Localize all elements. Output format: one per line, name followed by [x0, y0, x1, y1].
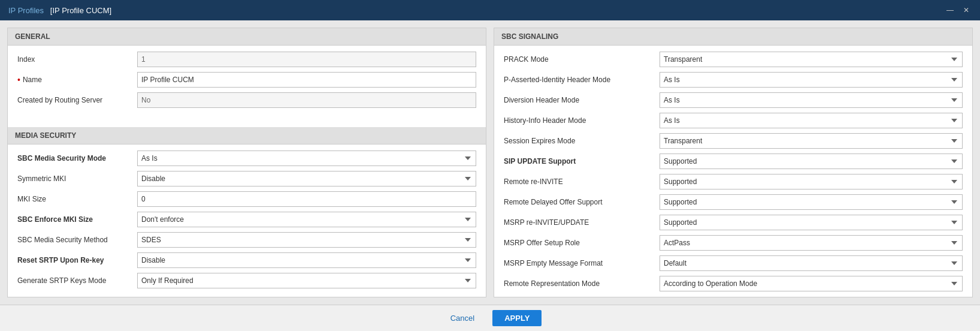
form-row-name: • Name: [17, 72, 476, 88]
form-row-p-asserted: P-Asserted-Identity Header Mode As IsAdd…: [504, 72, 963, 88]
select-generate-srtp[interactable]: Only If RequiredAlways: [137, 273, 476, 288]
select-msrp-reinvite[interactable]: SupportedNot Supported: [660, 215, 963, 230]
input-mki-size[interactable]: [137, 191, 476, 207]
general-body: Index • Name Created by Routing Server: [8, 46, 486, 119]
label-routing-server: Created by Routing Server: [17, 96, 137, 104]
form-row-index: Index: [17, 52, 476, 67]
left-panel: GENERAL Index • Name Created by Routing …: [7, 28, 486, 297]
form-row-history-info: History-Info Header Mode As IsAddRemove: [504, 113, 963, 128]
general-header: GENERAL: [8, 28, 486, 46]
media-security-body: SBC Media Security Mode As IsSecuredNot …: [8, 145, 486, 297]
form-row-remote-reinvite: Remote re-INVITE SupportedNot Supported: [504, 174, 963, 189]
right-panel: SBC SIGNALING PRACK Mode TransparentSupp…: [494, 28, 973, 297]
form-row-remote-representation: Remote Representation Mode According to …: [504, 276, 963, 291]
label-msrp-reinvite: MSRP re-INVITE/UPDATE: [504, 218, 660, 227]
label-sip-update: SIP UPDATE Support: [504, 157, 660, 166]
input-index[interactable]: [137, 52, 476, 67]
label-remote-reinvite: Remote re-INVITE: [504, 177, 660, 186]
label-sbc-media-security-method: SBC Media Security Method: [17, 236, 137, 244]
label-symmetric-mki: Symmetric MKI: [17, 174, 137, 183]
main-content: GENERAL Index • Name Created by Routing …: [0, 20, 980, 305]
label-remote-representation: Remote Representation Mode: [504, 279, 660, 288]
form-row-session-expires: Session Expires Mode TransparentSupporte…: [504, 133, 963, 149]
cancel-button[interactable]: Cancel: [438, 310, 486, 326]
label-reset-srtp: Reset SRTP Upon Re-key: [17, 256, 137, 264]
select-symmetric-mki[interactable]: DisableEnable: [137, 171, 476, 186]
label-generate-srtp: Generate SRTP Keys Mode: [17, 276, 137, 285]
label-index: Index: [17, 55, 137, 64]
sbc-signaling-header: SBC SIGNALING: [494, 28, 972, 46]
label-sbc-media-security-mode: SBC Media Security Mode: [17, 154, 137, 163]
select-reset-srtp[interactable]: DisableEnable: [137, 252, 476, 268]
footer-bar: Cancel APPLY: [0, 305, 980, 331]
select-p-asserted[interactable]: As IsAddRemove: [660, 72, 963, 88]
select-sbc-media-security-mode[interactable]: As IsSecuredNot Secured: [137, 151, 476, 166]
form-row-sbc-enforce-mki-size: SBC Enforce MKI Size Don't enforceEnforc…: [17, 212, 476, 227]
form-row-generate-srtp: Generate SRTP Keys Mode Only If Required…: [17, 273, 476, 288]
select-sip-update[interactable]: SupportedNot Supported: [660, 154, 963, 169]
label-remote-delayed-offer: Remote Delayed Offer Support: [504, 198, 660, 206]
select-prack-mode[interactable]: TransparentSupportedRequiredDisabled: [660, 52, 963, 67]
form-row-symmetric-mki: Symmetric MKI DisableEnable: [17, 171, 476, 186]
close-button[interactable]: ✕: [961, 6, 972, 14]
title-bar-text: IP Profiles [IP Profile CUCM]: [8, 6, 111, 15]
select-msrp-empty-msg[interactable]: DefaultEmpty Body: [660, 255, 963, 271]
label-mki-size: MKI Size: [17, 195, 137, 203]
form-row-msrp-reinvite: MSRP re-INVITE/UPDATE SupportedNot Suppo…: [504, 215, 963, 230]
label-msrp-empty-msg: MSRP Empty Message Format: [504, 259, 660, 267]
select-remote-reinvite[interactable]: SupportedNot Supported: [660, 174, 963, 189]
label-session-expires: Session Expires Mode: [504, 137, 660, 145]
label-prack-mode: PRACK Mode: [504, 55, 660, 64]
required-indicator: •: [17, 75, 20, 85]
input-routing-server[interactable]: [137, 92, 476, 108]
select-sbc-enforce-mki-size[interactable]: Don't enforceEnforce: [137, 212, 476, 227]
form-row-reset-srtp: Reset SRTP Upon Re-key DisableEnable: [17, 252, 476, 268]
media-security-header: MEDIA SECURITY: [8, 127, 486, 145]
form-row-diversion-header: Diversion Header Mode As IsAddRemove: [504, 92, 963, 108]
apply-button[interactable]: APPLY: [492, 310, 542, 326]
label-msrp-offer-setup: MSRP Offer Setup Role: [504, 239, 660, 247]
form-row-msrp-offer-setup: MSRP Offer Setup Role ActPassActivePassi…: [504, 235, 963, 251]
label-p-asserted: P-Asserted-Identity Header Mode: [504, 76, 660, 84]
select-msrp-offer-setup[interactable]: ActPassActivePassive: [660, 235, 963, 251]
input-name[interactable]: [137, 72, 476, 88]
form-row-mki-size: MKI Size: [17, 191, 476, 207]
select-sbc-media-security-method[interactable]: SDESDTLS: [137, 232, 476, 248]
label-diversion-header: Diversion Header Mode: [504, 96, 660, 104]
label-name: • Name: [17, 75, 137, 85]
sbc-signaling-body: PRACK Mode TransparentSupportedRequiredD…: [494, 46, 972, 297]
select-history-info[interactable]: As IsAddRemove: [660, 113, 963, 128]
form-row-sbc-media-security-method: SBC Media Security Method SDESDTLS: [17, 232, 476, 248]
select-remote-representation[interactable]: According to Operation ModeAlways Compre…: [660, 276, 963, 291]
label-history-info: History-Info Header Mode: [504, 116, 660, 125]
minimize-button[interactable]: —: [944, 6, 956, 14]
form-row-sbc-media-security-mode: SBC Media Security Mode As IsSecuredNot …: [17, 151, 476, 166]
form-row-prack-mode: PRACK Mode TransparentSupportedRequiredD…: [504, 52, 963, 67]
form-row-routing-server: Created by Routing Server: [17, 92, 476, 108]
select-remote-delayed-offer[interactable]: SupportedNot Supported: [660, 194, 963, 210]
form-row-remote-delayed-offer: Remote Delayed Offer Support SupportedNo…: [504, 194, 963, 210]
select-diversion-header[interactable]: As IsAddRemove: [660, 92, 963, 108]
form-row-msrp-empty-msg: MSRP Empty Message Format DefaultEmpty B…: [504, 255, 963, 271]
title-bar: IP Profiles [IP Profile CUCM] — ✕: [0, 0, 980, 20]
label-sbc-enforce-mki-size: SBC Enforce MKI Size: [17, 215, 137, 224]
form-row-sip-update: SIP UPDATE Support SupportedNot Supporte…: [504, 154, 963, 169]
select-session-expires[interactable]: TransparentSupportedDisabled: [660, 133, 963, 149]
